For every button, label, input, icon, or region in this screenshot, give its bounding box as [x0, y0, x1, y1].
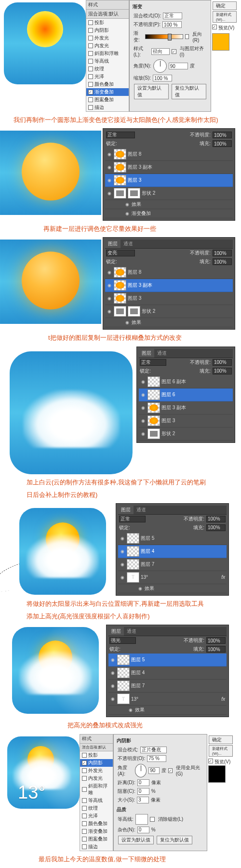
preview-swatch	[212, 33, 229, 51]
layer-row[interactable]: 图层 3 副本	[105, 161, 233, 174]
style-inner-shadow-sel[interactable]: 内阴影	[80, 759, 113, 767]
layer-row-selected[interactable]: 图层 4	[118, 545, 227, 558]
style-stroke[interactable]: 描边	[86, 104, 129, 111]
style-outer-glow[interactable]: 外发光	[86, 34, 129, 42]
is-reset-default[interactable]: 复位为默认值	[157, 836, 192, 844]
new-style-button-7[interactable]: 新建样式(W)...	[209, 745, 233, 757]
layer-row[interactable]: 图层 3	[105, 292, 233, 305]
style-item[interactable]: 图案叠加	[80, 835, 113, 843]
is-set-default[interactable]: 设置为默认值	[118, 836, 154, 844]
layer-row[interactable]: 图层 5	[118, 532, 227, 545]
layers-panel-5: 图层通道 正常不透明度:100% 锁定:填充:100% 图层 5 图层 4 图层…	[116, 503, 229, 596]
style-inner-shadow[interactable]: 内阴影	[86, 27, 129, 34]
layer-row[interactable]: 图层 6 副本	[139, 375, 233, 388]
blend-mode-6[interactable]: 强光	[109, 637, 136, 644]
style-gradient-overlay[interactable]: 渐变叠加	[86, 88, 129, 96]
tab-layers[interactable]: 图层	[118, 506, 134, 514]
layer-effects[interactable]: 效果	[105, 200, 233, 209]
layer-row-selected[interactable]: 图层 3	[105, 174, 233, 187]
is-angle-dial[interactable]	[135, 764, 147, 777]
layer-row[interactable]: 形状 2	[139, 427, 233, 441]
style-color-overlay[interactable]: 颜色叠加	[86, 80, 129, 88]
layer-row[interactable]: 图层 7	[118, 558, 227, 571]
style-item[interactable]: 外发光	[80, 767, 113, 775]
cloud-shape-5	[27, 534, 99, 578]
ok-button[interactable]: 确定	[213, 1, 237, 10]
is-opacity[interactable]: 75 %	[147, 755, 166, 762]
contour-thumb[interactable]	[135, 814, 148, 825]
blend-mode-select[interactable]: 正常	[163, 13, 182, 19]
layer-row-selected[interactable]: 图层 6	[139, 388, 233, 401]
style-satin[interactable]: 光泽	[86, 73, 129, 80]
blend-options-header: 混合选项:默认	[86, 10, 129, 19]
layer-row[interactable]: 图层 8	[105, 148, 233, 161]
gradient-preview[interactable]	[145, 34, 183, 39]
set-default-button[interactable]: 设置为默认值	[134, 84, 169, 99]
style-item[interactable]: 渐变叠加	[80, 828, 113, 835]
fill-2[interactable]: 100%	[213, 140, 232, 147]
icon-preview-5	[19, 508, 106, 595]
tab-layers[interactable]: 图层	[139, 349, 154, 358]
step-text-1: 我们再制作一个圆形加上渐变色使它接近与太阳颜色(个人感觉来制作太阳)	[0, 112, 241, 128]
tab-layers[interactable]: 图层	[108, 627, 124, 636]
style-item[interactable]: 颜色叠加	[80, 820, 113, 828]
cloud-shape	[23, 390, 120, 448]
layer-row[interactable]: 图层 7	[108, 680, 227, 693]
opacity-2[interactable]: 100%	[213, 132, 232, 138]
styles-header: 样式	[86, 0, 129, 10]
style-item[interactable]: 光泽	[80, 812, 113, 820]
is-blend[interactable]: 正片叠底	[140, 747, 167, 753]
layer-row[interactable]: 图层 3 副本	[139, 401, 233, 414]
style-pattern-overlay[interactable]: 图案叠加	[86, 96, 129, 104]
inner-shadow-title: 内阴影	[117, 737, 204, 744]
style-texture[interactable]: 纹理	[86, 65, 129, 73]
blend-mode-3[interactable]: 变亮	[106, 250, 135, 256]
inner-shadow-panel: 内阴影 混合模式:正片叠底 不透明度(O):75 % 角度(A):90度使用全局…	[113, 734, 207, 851]
layer-row-text[interactable]: T13°fx	[108, 693, 227, 706]
layer-row[interactable]: 形状 2	[105, 305, 233, 318]
tab-channels[interactable]: 通道	[124, 627, 139, 636]
layer-effect-gradient[interactable]: 渐变叠加	[105, 209, 233, 218]
layer-row-selected[interactable]: 图层 3 副本	[105, 279, 233, 292]
style-item[interactable]: 纹理	[80, 804, 113, 812]
tab-layers[interactable]: 图层	[105, 240, 120, 248]
layer-row[interactable]: 图层 8	[105, 266, 233, 279]
style-item[interactable]: 投影	[80, 751, 113, 759]
style-inner-glow[interactable]: 内发光	[86, 42, 129, 50]
layer-styles-list: 样式 混合选项:默认 投影 内阴影 外发光 内发光 斜面和浮雕 等高线 纹理 光…	[86, 0, 129, 112]
angle-input[interactable]: 90	[169, 63, 188, 69]
tab-channels[interactable]: 通道	[120, 240, 136, 248]
style-item[interactable]: 内发光	[80, 775, 113, 782]
opacity-input[interactable]: 100 %	[162, 21, 182, 28]
blend-mode-4[interactable]: 正常	[140, 359, 166, 366]
reset-default-button[interactable]: 复位为默认值	[172, 84, 206, 99]
layer-row-selected[interactable]: 图层 5	[108, 654, 227, 667]
layer-row[interactable]: 形状 2	[105, 187, 233, 200]
style-contour[interactable]: 等高线	[86, 57, 129, 65]
angle-dial[interactable]	[153, 59, 167, 73]
layer-effects[interactable]: 效果	[108, 706, 227, 715]
layer-row-text[interactable]: T13°fx	[118, 571, 227, 584]
step-text-2: 再新建一层进行调色使它尽量效果好一些	[0, 221, 241, 237]
style-item[interactable]: 斜面和浮雕	[80, 782, 113, 797]
scale-input[interactable]: 100 %	[153, 75, 172, 81]
preview-swatch-7	[208, 765, 226, 783]
style-item[interactable]: 描边	[80, 843, 113, 851]
layer-row[interactable]: 图层 3	[139, 414, 233, 427]
style-bevel[interactable]: 斜面和浮雕	[86, 50, 129, 57]
layer-effects[interactable]: 效果	[105, 318, 233, 327]
tab-channels[interactable]: 通道	[134, 506, 149, 514]
layer-effects[interactable]: 效果	[118, 584, 227, 593]
ok-button-7[interactable]: 确定	[209, 735, 233, 744]
blend-mode-2[interactable]: 正常	[106, 132, 135, 138]
tab-channels[interactable]: 通道	[154, 349, 170, 358]
style-drop-shadow[interactable]: 投影	[86, 19, 129, 27]
style-item[interactable]: 等高线	[80, 797, 113, 804]
gradient-style-select[interactable]: 径向	[151, 48, 170, 55]
step-text-4a: 加上白云(云的制作方法有很多种,我这偷了下小懒就用了云的笔刷	[0, 474, 241, 491]
blend-mode-5[interactable]: 正常	[119, 516, 146, 522]
gradient-title: 渐变	[133, 3, 208, 10]
layers-panel-6: 图层通道 强光不透明度:100% 锁定:填充:100% 图层 5 图层 4 图层…	[106, 625, 229, 717]
new-style-button[interactable]: 新建样式(W)...	[213, 11, 237, 23]
layer-row[interactable]: 图层 4	[108, 667, 227, 680]
